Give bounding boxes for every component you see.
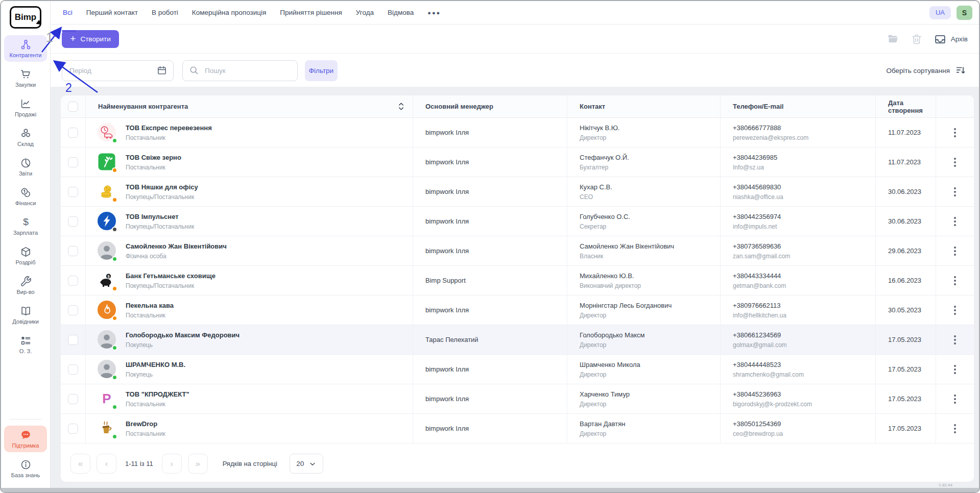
row-menu-button[interactable]	[951, 125, 959, 140]
table-row[interactable]: ТОВ Імпульснет Покупець/Постачальник bim…	[61, 207, 974, 236]
sidebar-item-фінанси[interactable]: Фінанси	[4, 183, 47, 210]
select-all-checkbox[interactable]	[68, 102, 78, 112]
sidebar-item-зарплата[interactable]: $Зарплата	[4, 213, 47, 239]
tab-відмова[interactable]: Відмова	[388, 9, 414, 16]
row-checkbox[interactable]	[68, 394, 78, 404]
column-header-contact[interactable]: Контакт	[567, 95, 720, 117]
search-field[interactable]	[204, 66, 291, 75]
table-row[interactable]: P ТОВ "КПРОДЖЕКТ" Постачальник bimpwork …	[61, 384, 974, 414]
contact-role: Директор	[580, 371, 640, 378]
row-menu-button[interactable]	[951, 273, 959, 288]
column-header-manager[interactable]: Основний менеджер	[413, 95, 567, 117]
period-input[interactable]	[62, 60, 174, 81]
knowledge-icon	[19, 458, 32, 471]
table-row[interactable]: $ Банк Гетьманське сховище Покупець/Пост…	[61, 266, 974, 295]
trash-icon[interactable]	[911, 33, 923, 45]
tab-угода[interactable]: Угода	[356, 9, 374, 16]
row-checkbox[interactable]	[68, 216, 78, 227]
filters-button[interactable]: Фільтри	[305, 60, 338, 81]
tab-перший-контакт[interactable]: Перший контакт	[86, 9, 138, 16]
row-checkbox[interactable]	[68, 305, 78, 315]
sidebar-item-роздріб[interactable]: Роздріб	[4, 242, 47, 269]
tabs-overflow-button[interactable]: ●●●	[427, 10, 441, 16]
table-row[interactable]: ТОВ Свіже зерно Постачальник bimpwork Іл…	[61, 147, 974, 177]
row-checkbox[interactable]	[68, 276, 78, 286]
row-checkbox[interactable]	[68, 335, 78, 345]
phone-number: +380442356974	[733, 213, 781, 220]
manager-cell: Тарас Пелехатий	[413, 325, 567, 354]
sidebar-item-label: О. З.	[19, 348, 32, 354]
sidebar-item-склад[interactable]: Склад	[4, 124, 47, 151]
sidebar-item-закупки[interactable]: Закупки	[4, 65, 47, 91]
status-dot	[112, 286, 117, 291]
row-menu-button[interactable]	[951, 332, 959, 348]
period-field[interactable]	[68, 66, 157, 75]
row-checkbox[interactable]	[68, 187, 78, 197]
row-menu-button[interactable]	[951, 362, 959, 377]
sidebar-item-о-з-[interactable]: О. З.	[4, 331, 47, 358]
sidebar-item-контрагенти[interactable]: Контрагенти	[4, 35, 47, 62]
row-menu-button[interactable]	[951, 155, 959, 170]
counterparty-name: ШРАМЧЕНКО М.В.	[126, 361, 185, 368]
sort-arrows-icon[interactable]	[398, 102, 404, 111]
row-menu-button[interactable]	[951, 214, 959, 229]
row-menu-button[interactable]	[951, 184, 959, 200]
counterparty-cell: $ Банк Гетьманське сховище Покупець/Пост…	[85, 266, 413, 295]
sidebar-item-довідники[interactable]: Довідники	[4, 302, 47, 328]
table-row[interactable]: Самойленко Жан Вікентійович Фізична особ…	[61, 236, 974, 266]
row-menu-button[interactable]	[951, 421, 959, 436]
contact-role: Директор	[580, 430, 626, 437]
table-row[interactable]: ШРАМЧЕНКО М.В. Покупець bimpwork Ілля Шр…	[61, 355, 974, 384]
prev-page-button[interactable]: ‹	[97, 454, 116, 474]
sidebar-item-база-знань[interactable]: База знань	[4, 455, 47, 482]
sort-selector[interactable]: Оберіть сортування	[886, 65, 966, 76]
toolbar-actions: Архів	[887, 33, 968, 45]
table-row[interactable]: ТОВ Няшки для офісу Покупець/Постачальни…	[61, 177, 974, 207]
row-menu-button[interactable]	[951, 303, 959, 318]
search-input[interactable]	[182, 60, 298, 81]
table-row[interactable]: Голобородько Максим Федорович Покупець Т…	[61, 325, 974, 355]
row-menu-button[interactable]	[951, 391, 959, 407]
create-button[interactable]: + Створити	[62, 30, 119, 48]
page-size-select[interactable]: 20	[290, 454, 323, 474]
next-page-button[interactable]: ›	[162, 454, 182, 474]
counterparty-cell: ТОВ Експрес перевезення Постачальник	[85, 118, 413, 147]
app-window: Bimp КонтрагентиЗакупкиПродажіСкладЗвіти…	[0, 0, 980, 493]
tab-всі[interactable]: Всі	[63, 9, 73, 16]
sidebar-item-продажі[interactable]: Продажі	[4, 94, 47, 121]
row-checkbox-cell	[61, 325, 85, 354]
language-badge[interactable]: UA	[929, 6, 951, 19]
column-header-date[interactable]: Дата створення	[875, 95, 936, 117]
counterparty-type: Постачальник	[126, 134, 212, 141]
row-checkbox[interactable]	[68, 364, 78, 375]
folder-icon[interactable]	[887, 33, 899, 45]
sidebar-item-підтримка[interactable]: Підтримка	[4, 426, 47, 452]
sidebar-item-звіти[interactable]: Звіти	[4, 154, 47, 180]
last-page-button[interactable]: »	[188, 454, 208, 474]
table-row[interactable]: ТОВ Експрес перевезення Постачальник bim…	[61, 118, 974, 147]
user-avatar-badge[interactable]: S	[957, 6, 972, 20]
row-checkbox[interactable]	[68, 246, 78, 256]
row-checkbox[interactable]	[68, 128, 78, 138]
tab-комерційна-пропозиція[interactable]: Комерційна пропозиція	[192, 9, 266, 16]
email-address: ceo@brewdrop.ua	[733, 430, 783, 437]
contact-name: Кухар С.В.	[580, 183, 612, 191]
contact-name: Михайленко Ю.В.	[580, 272, 641, 280]
row-checkbox[interactable]	[68, 424, 78, 434]
column-header-phone[interactable]: Телефон/E-mail	[720, 95, 875, 117]
counterparty-cell: Самойленко Жан Вікентійович Фізична особ…	[85, 236, 413, 265]
sidebar-item-вир-во[interactable]: Вир-во	[4, 272, 47, 299]
first-page-button[interactable]: «	[70, 454, 90, 474]
row-menu-button[interactable]	[951, 243, 959, 259]
tab-прийняття-рішення[interactable]: Прийняття рішення	[280, 9, 342, 16]
table-card: Найменування контрагента Основний менедж…	[61, 95, 974, 482]
row-checkbox[interactable]	[68, 157, 78, 167]
tab-в-роботі[interactable]: В роботі	[152, 9, 178, 16]
bimp-logo[interactable]: Bimp	[10, 6, 41, 29]
table-row[interactable]: BrewDrop Постачальник bimpwork Ілля Варт…	[61, 414, 974, 443]
table-row[interactable]: Пекельна кава Постачальник bimpwork Ілля…	[61, 295, 974, 325]
calendar-icon	[157, 65, 167, 76]
column-header-name[interactable]: Найменування контрагента	[85, 95, 413, 117]
status-dot	[112, 315, 117, 321]
archive-button[interactable]: Архів	[934, 33, 968, 45]
